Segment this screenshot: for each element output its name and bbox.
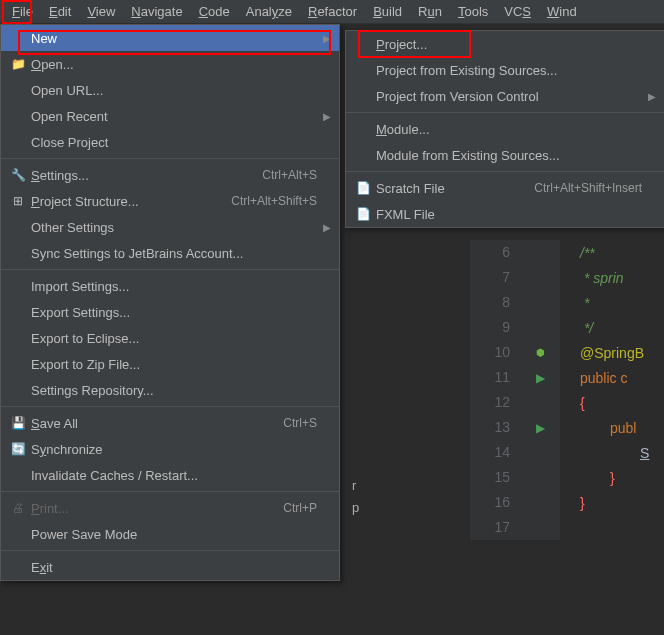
menu-refactor[interactable]: Refactor [300,1,365,22]
menu-item-import-settings[interactable]: Import Settings... [1,273,339,299]
editor-peek-r: r [352,478,356,493]
menu-item-other-settings[interactable]: Other Settings▶ [1,214,339,240]
menu-item-sync-jetbrains[interactable]: Sync Settings to JetBrains Account... [1,240,339,266]
menu-analyze[interactable]: Analyze [238,1,300,22]
menu-item-open-url[interactable]: Open URL... [1,77,339,103]
new-submenu: Project... Project from Existing Sources… [345,30,664,228]
new-project-existing[interactable]: Project from Existing Sources... [346,57,664,83]
menu-code[interactable]: Code [191,1,238,22]
menu-item-export-eclipse[interactable]: Export to Eclipse... [1,325,339,351]
menu-item-close-project[interactable]: Close Project [1,129,339,155]
fxml-icon: 📄 [354,206,372,222]
menubar: File Edit View Navigate Code Analyze Ref… [0,0,664,24]
editor-peek-p: p [352,500,359,515]
menu-item-print[interactable]: 🖨Print...Ctrl+P [1,495,339,521]
menu-view[interactable]: View [79,1,123,22]
menu-item-exit[interactable]: Exit [1,554,339,580]
menu-item-power-save[interactable]: Power Save Mode [1,521,339,547]
folder-icon: 📁 [9,56,27,72]
structure-icon: ⊞ [9,193,27,209]
menu-item-invalidate-caches[interactable]: Invalidate Caches / Restart... [1,462,339,488]
sync-icon: 🔄 [9,441,27,457]
new-scratch-file[interactable]: 📄Scratch FileCtrl+Alt+Shift+Insert [346,175,664,201]
spring-icon: ⬢ [536,347,545,358]
menu-item-project-structure[interactable]: ⊞Project Structure...Ctrl+Alt+Shift+S [1,188,339,214]
menu-edit[interactable]: Edit [41,1,79,22]
menu-vcs[interactable]: VCS [496,1,539,22]
run-icon[interactable]: ▶ [536,371,545,385]
file-dropdown: New▶ 📁Open... Open URL... Open Recent▶ C… [0,24,340,581]
menu-run[interactable]: Run [410,1,450,22]
run-icon[interactable]: ▶ [536,421,545,435]
wrench-icon: 🔧 [9,167,27,183]
code-editor[interactable]: 6/** 7 * sprin 8 * 9 */ 10⬢@SpringB 11▶p… [470,240,664,540]
new-project-vcs[interactable]: Project from Version Control▶ [346,83,664,109]
menu-item-export-zip[interactable]: Export to Zip File... [1,351,339,377]
menu-navigate[interactable]: Navigate [123,1,190,22]
menu-file[interactable]: File [4,1,41,22]
menu-item-open[interactable]: 📁Open... [1,51,339,77]
new-project[interactable]: Project... [346,31,664,57]
menu-window[interactable]: Wind [539,1,585,22]
menu-item-settings-repo[interactable]: Settings Repository... [1,377,339,403]
menu-item-save-all[interactable]: 💾Save AllCtrl+S [1,410,339,436]
menu-tools[interactable]: Tools [450,1,496,22]
file-icon: 📄 [354,180,372,196]
menu-item-synchronize[interactable]: 🔄Synchronize [1,436,339,462]
save-icon: 💾 [9,415,27,431]
menu-item-new[interactable]: New▶ [1,25,339,51]
menu-build[interactable]: Build [365,1,410,22]
new-module[interactable]: Module... [346,116,664,142]
menu-item-settings[interactable]: 🔧Settings...Ctrl+Alt+S [1,162,339,188]
menu-item-open-recent[interactable]: Open Recent▶ [1,103,339,129]
menu-item-export-settings[interactable]: Export Settings... [1,299,339,325]
new-module-existing[interactable]: Module from Existing Sources... [346,142,664,168]
print-icon: 🖨 [9,500,27,516]
new-fxml-file[interactable]: 📄FXML File [346,201,664,227]
